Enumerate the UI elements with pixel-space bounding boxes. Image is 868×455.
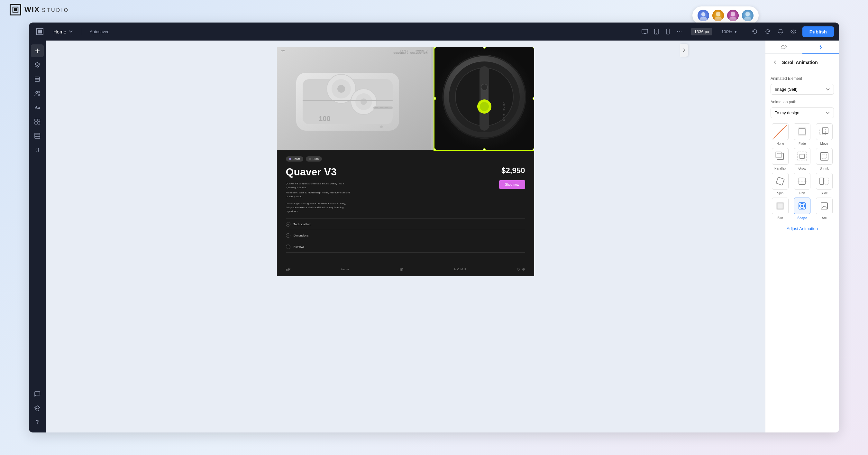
website-canvas: 100 02/ STYLE CONCRETE TORONTO <box>277 47 534 276</box>
sidebar-code-icon[interactable]: {} <box>31 144 44 156</box>
sidebar-help-icon[interactable]: ? <box>31 416 44 429</box>
svg-rect-33 <box>35 119 37 121</box>
sidebar-text-icon[interactable]: Aa <box>31 101 44 114</box>
tablet-view-btn[interactable] <box>651 26 661 37</box>
sidebar-people-icon[interactable] <box>31 87 44 100</box>
anim-fade-label: Fade <box>799 142 806 146</box>
sidebar-layers-icon[interactable] <box>31 59 44 71</box>
anim-arc[interactable]: Arc <box>815 198 834 220</box>
reviews-tab[interactable]: + Reviews <box>286 241 525 252</box>
animation-grid-row3: Spin Pan <box>771 173 834 195</box>
anim-none[interactable]: None <box>771 123 790 146</box>
anim-shrink[interactable]: Shrink <box>815 148 834 170</box>
sidebar-pages-icon[interactable] <box>31 73 44 86</box>
anim-shape[interactable]: Shape <box>793 198 812 220</box>
sidebar-apps-icon[interactable] <box>31 115 44 128</box>
tab-expand-icon-2: + <box>286 233 290 238</box>
svg-rect-16 <box>642 29 648 33</box>
svg-point-12 <box>745 11 750 16</box>
panel-tab-animate[interactable] <box>802 40 839 54</box>
anim-move[interactable]: Move <box>815 123 834 146</box>
desktop-icon <box>642 29 648 34</box>
headphone-image-left[interactable]: 100 02/ STYLE CONCRETE TORONTO <box>277 47 434 150</box>
chat-icon <box>34 391 40 397</box>
sidebar-chat-icon[interactable] <box>31 388 44 400</box>
topbar-right-controls: Publish <box>750 26 834 37</box>
mobile-view-btn[interactable] <box>663 26 673 37</box>
preview-button[interactable] <box>788 26 799 37</box>
panel-tab-link[interactable] <box>766 40 802 54</box>
svg-rect-72 <box>798 128 806 135</box>
avatar-4[interactable] <box>741 9 754 22</box>
avatar-3[interactable] <box>726 9 739 22</box>
notifications-button[interactable] <box>775 26 786 37</box>
adjust-animation-link[interactable]: Adjust Animation <box>771 222 834 235</box>
zoom-selector[interactable]: 100% ▾ <box>719 28 739 35</box>
panel-toggle-btn[interactable] <box>680 44 688 57</box>
publish-button[interactable]: Publish <box>802 26 834 37</box>
anim-pan[interactable]: Pan <box>793 173 812 195</box>
animation-path-dropdown[interactable]: To my design <box>771 108 834 118</box>
wix-icon-btn[interactable] <box>34 26 46 37</box>
anim-blur[interactable]: Blur <box>771 198 790 220</box>
back-button[interactable] <box>771 58 780 67</box>
dollar-badge[interactable]: Dollar <box>286 156 304 161</box>
avatar-2[interactable] <box>712 9 724 22</box>
svg-rect-88 <box>777 203 783 209</box>
sidebar-badge-icon[interactable] <box>31 402 44 415</box>
avatar-1[interactable] <box>697 9 710 22</box>
sidebar-table-icon[interactable] <box>31 129 44 142</box>
brand-dots <box>517 268 525 271</box>
grid-icon <box>34 118 40 125</box>
anim-slide[interactable]: Slide <box>815 173 834 195</box>
brand-logo-terra: terra <box>341 268 349 271</box>
page-selector[interactable]: Home <box>50 27 76 36</box>
technical-info-tab[interactable]: + Technical Info <box>286 219 525 230</box>
panel-title: Scroll Animation <box>782 60 818 65</box>
undo-button[interactable] <box>750 26 760 37</box>
shop-now-button[interactable]: Shop now <box>499 180 525 189</box>
product-main: Quaver V3 Quaver V3 compacts cinematic s… <box>286 166 525 213</box>
anim-shrink-label: Shrink <box>820 167 829 170</box>
svg-point-32 <box>38 91 39 93</box>
anim-fade[interactable]: Fade <box>793 123 812 146</box>
euro-badge[interactable]: Euro <box>306 156 322 161</box>
autosaved-label: Autosaved <box>87 29 112 34</box>
product-description-3: Launching in our signature gurmetal alum… <box>286 202 350 213</box>
animated-element-dropdown[interactable]: Image (Self) <box>771 84 834 95</box>
redo-button[interactable] <box>763 26 773 37</box>
desktop-view-btn[interactable] <box>640 26 650 37</box>
anim-grow[interactable]: Grow <box>793 148 812 170</box>
brand-logo-nomu: NOMU <box>454 268 467 271</box>
svg-point-57 <box>375 125 378 128</box>
tab-expand-icon-1: + <box>286 222 290 226</box>
svg-rect-55 <box>384 108 388 108</box>
wix-logo-icon <box>12 6 19 13</box>
anim-slide-label: Slide <box>821 191 828 195</box>
canvas-area[interactable]: 100 02/ STYLE CONCRETE TORONTO <box>46 40 765 432</box>
more-devices-btn[interactable]: ··· <box>674 26 685 37</box>
tablet-icon <box>654 29 659 34</box>
sidebar-bottom: ? <box>31 388 44 429</box>
svg-rect-1 <box>14 8 17 11</box>
product-name: Quaver V3 <box>286 166 499 178</box>
headphone-image-right[interactable]: SYMPHORA <box>434 47 534 150</box>
shrink-icon <box>818 150 831 163</box>
svg-rect-35 <box>35 122 37 124</box>
dimensions-tab[interactable]: + Dimensions <box>286 230 525 241</box>
anim-grow-label: Grow <box>799 167 806 170</box>
none-icon <box>774 125 787 138</box>
anim-spin[interactable]: Spin <box>771 173 790 195</box>
sidebar-add-icon[interactable] <box>31 44 44 57</box>
headphone-svg: 100 <box>277 47 431 150</box>
selection-handle-bc <box>483 148 486 150</box>
svg-rect-28 <box>35 77 39 82</box>
anim-parallax[interactable]: Parallax <box>771 148 790 170</box>
svg-rect-54 <box>380 108 383 108</box>
svg-line-71 <box>777 128 783 135</box>
selection-handle-bl <box>434 148 436 150</box>
svg-point-58 <box>380 125 383 128</box>
editor-topbar: Home Autosaved <box>29 23 839 40</box>
editor-container: Home Autosaved <box>29 23 839 432</box>
wix-logo: WIX STUDIO <box>10 4 69 16</box>
